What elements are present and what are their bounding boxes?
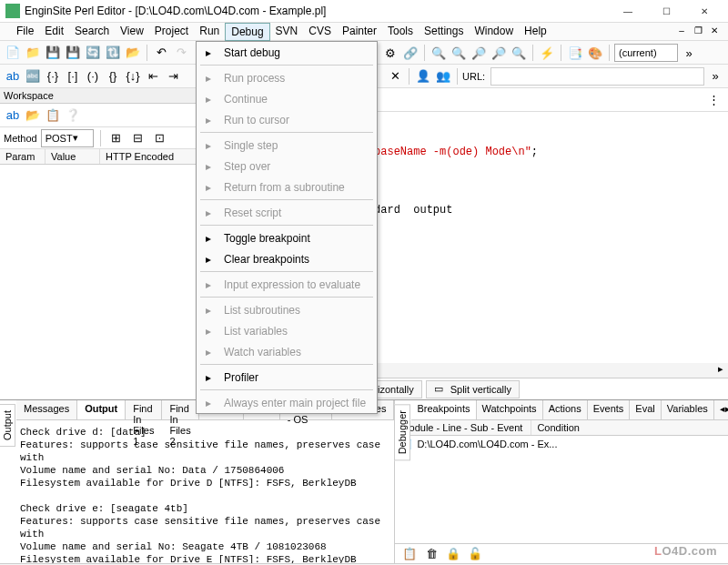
menu-item-icon: ▸	[200, 277, 217, 293]
debugger-tab-breakpoints[interactable]: Breakpoints	[411, 400, 476, 419]
breakpoint-row[interactable]: 📄 D:\LO4D.com\LO4D.com - Ex...	[395, 436, 728, 451]
save-all-icon[interactable]: 💾	[64, 44, 82, 62]
menu-edit[interactable]: Edit	[39, 23, 69, 41]
ws-help-icon[interactable]: ❔	[64, 106, 82, 125]
new-icon[interactable]: 📄	[4, 44, 22, 62]
mdi-minimize-button[interactable]: –	[675, 25, 688, 38]
debugger-tab-eval[interactable]: Eval	[630, 400, 661, 419]
debugger-tab-events[interactable]: Events	[588, 400, 631, 419]
undo-icon[interactable]: ↶	[152, 44, 170, 62]
bookmark-icon[interactable]: ✕	[386, 67, 404, 86]
menu-svn[interactable]: SVN	[270, 23, 304, 41]
brace2-icon[interactable]: {}	[104, 67, 122, 86]
open-folder-icon[interactable]: 📂	[124, 44, 142, 62]
chain-icon[interactable]: 🔗	[401, 44, 420, 62]
minimize-button[interactable]: —	[610, 1, 646, 21]
zoom-fit-icon[interactable]: 🔍	[510, 44, 528, 62]
url-input[interactable]	[490, 67, 704, 86]
menu-view[interactable]: View	[115, 23, 149, 41]
maximize-button[interactable]: ☐	[648, 1, 684, 21]
var-icon[interactable]: 🔤	[24, 67, 42, 86]
menu-item-toggle-breakpoint[interactable]: ▸Toggle breakpoint	[197, 227, 377, 248]
ws-var-icon[interactable]: ab	[4, 106, 22, 125]
debugger-tab-variables[interactable]: Variables	[662, 400, 714, 419]
menu-run[interactable]: Run	[194, 23, 225, 41]
zoom-out-icon[interactable]: 🔎	[490, 44, 508, 62]
dbg-tool1-icon[interactable]: 📋	[400, 545, 419, 563]
output-vtab[interactable]: Output	[0, 404, 15, 447]
group-icon[interactable]: 👥	[434, 67, 452, 86]
menu-debug[interactable]: Debug	[225, 23, 269, 41]
menu-tools[interactable]: Tools	[382, 23, 419, 41]
method-combo[interactable]: POST ▾	[41, 129, 94, 147]
debugger-vtab[interactable]: Debugger	[394, 404, 410, 460]
menu-search[interactable]: Search	[69, 23, 115, 41]
brace-icon[interactable]: {·}	[44, 67, 62, 86]
new-project-icon[interactable]: 📁	[24, 44, 42, 62]
editor-tab[interactable]: ▭Split vertically	[426, 380, 520, 399]
menu-project[interactable]: Project	[149, 23, 194, 41]
menu-item-icon: ▸	[200, 179, 217, 196]
indent-icon[interactable]: ⇥	[164, 67, 182, 86]
col-http-encoded[interactable]: HTTP Encoded	[100, 149, 202, 164]
copy-icon[interactable]: 📑	[566, 44, 584, 62]
dbg-col-module[interactable]: Module - Line - Sub - Event	[395, 420, 531, 435]
run-lightning-icon[interactable]: ⚡	[538, 44, 556, 62]
outdent-icon[interactable]: ⇤	[144, 67, 162, 86]
toolbar-overflow-icon[interactable]: »	[680, 44, 698, 62]
dbg-col-condition[interactable]: Condition	[531, 420, 728, 435]
col-param[interactable]: Param	[0, 149, 46, 164]
ed-tool-icon[interactable]: ⋮	[704, 91, 723, 109]
col-value[interactable]: Value	[46, 149, 100, 164]
dbg-tool2-icon[interactable]: 🗑	[422, 545, 440, 563]
ws-tool2-icon[interactable]: ⊟	[129, 129, 147, 147]
zoom-in-icon[interactable]: 🔎	[470, 44, 488, 62]
bracket-icon[interactable]: [·]	[64, 67, 82, 86]
mdi-close-button[interactable]: ✕	[708, 25, 721, 38]
palette-icon[interactable]: 🎨	[586, 44, 604, 62]
menu-item-icon: ▸	[200, 369, 217, 386]
menu-item-icon: ▸	[200, 395, 217, 411]
menu-window[interactable]: Window	[469, 23, 519, 41]
menu-item-start-debug[interactable]: ▸Start debug	[197, 42, 377, 63]
paren-icon[interactable]: (·)	[84, 67, 102, 86]
menu-help[interactable]: Help	[519, 23, 552, 41]
gear-icon[interactable]: ⚙	[381, 44, 399, 62]
close-button[interactable]: ✕	[686, 1, 723, 21]
find-icon[interactable]: 🔍	[430, 44, 448, 62]
menu-file[interactable]: File	[11, 23, 39, 41]
menu-painter[interactable]: Painter	[337, 23, 382, 41]
menu-settings[interactable]: Settings	[419, 23, 469, 41]
debugger-tab-actions[interactable]: Actions	[543, 400, 588, 419]
ws-paste-icon[interactable]: 📋	[44, 106, 62, 125]
menu-item-profiler[interactable]: ▸Profiler	[197, 367, 377, 388]
find-next-icon[interactable]: 🔍	[450, 44, 468, 62]
output-tab-find-in-files-2[interactable]: Find In Files 2	[162, 400, 198, 419]
menu-item-clear-breakpoints[interactable]: ▸Clear breakpoints	[197, 248, 377, 269]
ws-tool1-icon[interactable]: ⊞	[107, 129, 126, 147]
redo-icon[interactable]: ↷	[172, 44, 190, 62]
ws-open-icon[interactable]: 📂	[24, 106, 42, 125]
menu-item-icon: ▸	[200, 323, 217, 339]
var-ab-icon[interactable]: ab	[4, 67, 22, 86]
menu-cvs[interactable]: CVS	[303, 23, 337, 41]
hscroll-right-icon[interactable]: ▸	[713, 363, 728, 378]
dbg-tool3-icon[interactable]: 🔒	[444, 545, 462, 563]
user-icon[interactable]: 👤	[414, 67, 432, 86]
brace-step-icon[interactable]: {↓}	[124, 67, 142, 86]
mdi-restore-button[interactable]: ❐	[692, 25, 704, 38]
url-go-icon[interactable]: »	[706, 67, 724, 86]
debugger-tab-watchpoints[interactable]: Watchpoints	[477, 400, 543, 419]
reload-icon[interactable]: 🔃	[104, 44, 122, 62]
current-combo[interactable]: (current)	[614, 44, 678, 62]
window-title: EnginSite Perl Editor - [D:\LO4D.com\LO4…	[25, 5, 610, 17]
menu-item-list-subroutines: ▸List subroutines	[197, 299, 377, 320]
ws-tool3-icon[interactable]: ⊡	[151, 129, 169, 147]
output-tab-find-in-files-1[interactable]: Find In Files 1	[126, 400, 162, 419]
refresh-icon[interactable]: 🔄	[84, 44, 102, 62]
output-tab-output[interactable]: Output	[77, 400, 126, 419]
output-tab-messages[interactable]: Messages	[16, 400, 77, 419]
dbg-tool4-icon[interactable]: 🔓	[466, 545, 484, 563]
workspace-panel: Workspace ab 📂 📋 ❔ Method POST ▾ ⊞ ⊟ ⊡ P…	[0, 88, 203, 399]
save-icon[interactable]: 💾	[44, 44, 62, 62]
